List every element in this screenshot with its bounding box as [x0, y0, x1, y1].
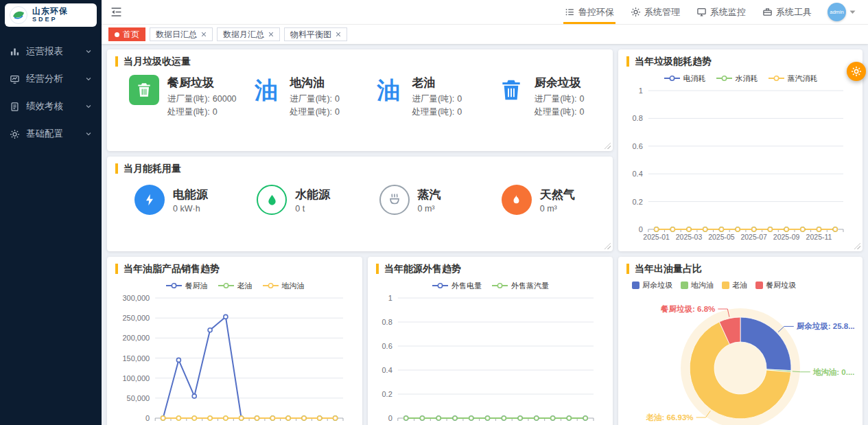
energy-item-text: 水能源 0 t — [295, 187, 330, 214]
legend-item-外售蒸汽量[interactable]: 外售蒸汽量 — [491, 281, 549, 291]
topnav-label: 系统监控 — [710, 6, 746, 19]
energy-value: 0 t — [295, 204, 330, 214]
topnav-item-system-monitor[interactable]: 系统监控 — [689, 0, 753, 24]
legend-label: 外售电量 — [451, 281, 482, 291]
card-title: 当月能耗用量 — [115, 163, 605, 174]
svg-text:300,000: 300,000 — [122, 294, 150, 302]
energy-item-text: 天然气 0 m³ — [540, 187, 575, 214]
legend-label: 餐厨油 — [185, 281, 208, 291]
svg-text:0: 0 — [145, 414, 150, 422]
legend-label: 电消耗 — [683, 73, 706, 84]
legend-item-餐厨垃圾[interactable]: 餐厨垃圾 — [755, 280, 796, 290]
waste-item-text: 餐厨垃圾 进厂量(吨):60000 处理量(吨):0 — [167, 75, 237, 119]
dashboard-content: 当月垃圾收运量 餐厨垃圾 进厂量(吨):60000 处理量(吨):0 — [102, 44, 868, 425]
svg-text:餐厨垃圾: 6.8%: 餐厨垃圾: 6.8% — [660, 305, 715, 313]
sidebar-item-operations-report[interactable]: 运营报表 — [0, 38, 102, 65]
card-title: 当年油脂产品销售趋势 — [115, 264, 354, 274]
resize-grip[interactable] — [854, 243, 860, 249]
toolbox-icon — [762, 7, 773, 17]
legend-item-地沟油[interactable]: 地沟油 — [262, 281, 305, 291]
chart-plot-area: 厨余垃圾: 25.8...地沟油: 0....老油: 66.93%餐厨垃圾: 6… — [626, 291, 854, 425]
tab-home[interactable]: 首页 — [108, 27, 145, 41]
svg-text:厨余垃圾: 25.8...: 厨余垃圾: 25.8... — [796, 322, 854, 330]
waste-item-text: 老油 进厂量(吨):0 处理量(吨):0 — [412, 75, 462, 119]
chart-legend: 厨余垃圾地沟油老油餐厨垃圾 — [626, 279, 854, 291]
sidebar-fold-icon[interactable] — [110, 5, 124, 19]
card-title: 当年能源外售趋势 — [376, 264, 605, 274]
chevron-down-icon — [85, 76, 92, 82]
topnav-item-lukong-env[interactable]: 鲁控环保 — [557, 0, 622, 24]
legend-item-厨余垃圾[interactable]: 厨余垃圾 — [632, 280, 672, 290]
svg-text:1: 1 — [388, 294, 392, 302]
legend-label: 地沟油 — [691, 280, 714, 290]
trash-bin-blue-icon — [496, 75, 526, 105]
oil-character-icon: 油 — [374, 75, 404, 105]
chevron-down-icon — [85, 48, 92, 55]
resize-grip[interactable] — [605, 143, 611, 149]
energy-name: 蒸汽 — [418, 187, 441, 203]
legend-item-老油[interactable]: 老油 — [722, 280, 747, 290]
chart-plot-area: 050,000100,000150,000200,000250,000300,0… — [115, 292, 354, 425]
tab-label: 数据月汇总 — [223, 29, 264, 41]
gear-icon — [631, 7, 641, 17]
energy-items-row: 电能源 0 kW·h 水能源 0 t — [115, 185, 605, 215]
chart-legend: 外售电量外售蒸汽量 — [376, 279, 605, 292]
processed-value: 0 — [335, 107, 340, 117]
legend-item-电消耗[interactable]: 电消耗 — [664, 73, 706, 84]
legend-swatch — [755, 282, 763, 289]
user-menu[interactable]: admin — [821, 3, 863, 21]
intake-value: 0 — [335, 94, 340, 104]
waste-name: 老油 — [412, 75, 462, 91]
caret-down-icon — [849, 10, 856, 14]
legend-item-餐厨油[interactable]: 餐厨油 — [165, 281, 208, 291]
intake-line: 进厂量(吨):60000 — [167, 93, 237, 106]
waste-item-food-waste: 厨余垃圾 进厂量(吨):0 处理量(吨):0 — [482, 75, 605, 119]
legend-item-地沟油[interactable]: 地沟油 — [681, 280, 714, 290]
legend-label: 蒸汽消耗 — [788, 73, 818, 84]
sidebar-item-basic-config[interactable]: 基础配置 — [0, 120, 102, 148]
topnav-label: 系统工具 — [776, 6, 812, 19]
close-icon[interactable] — [201, 32, 207, 37]
legend-item-外售电量[interactable]: 外售电量 — [432, 281, 482, 291]
resize-grip[interactable] — [605, 243, 611, 249]
monitor-chart-icon — [10, 74, 20, 84]
intake-value: 0 — [457, 94, 462, 104]
legend-label: 餐厨垃圾 — [766, 280, 796, 290]
tab-daily-data-summary[interactable]: 数据日汇总 — [150, 27, 213, 41]
close-icon[interactable] — [268, 32, 274, 37]
processed-value: 0 — [580, 107, 585, 117]
tab-monthly-data-summary[interactable]: 数据月汇总 — [217, 27, 280, 41]
intake-label: 进厂量(吨): — [290, 94, 332, 104]
svg-text:2025-03: 2025-03 — [676, 233, 703, 241]
energy-value: 0 m³ — [540, 204, 575, 214]
svg-text:200,000: 200,000 — [122, 334, 150, 342]
sidebar: 山东环保 SDEP 运营报表 经营分析 — [0, 0, 102, 425]
lightning-icon — [134, 185, 165, 215]
energy-value: 0 m³ — [418, 204, 441, 214]
intake-label: 进厂量(吨): — [412, 94, 455, 104]
topnav-label: 鲁控环保 — [578, 6, 614, 19]
waste-item-gutter-oil: 油 地沟油 进厂量(吨):0 处理量(吨):0 — [237, 75, 360, 119]
sidebar-menu: 运营报表 经营分析 绩效考核 — [0, 38, 102, 148]
svg-text:0: 0 — [388, 414, 392, 422]
legend-item-老油[interactable]: 老油 — [218, 281, 253, 291]
chevron-down-icon — [85, 103, 92, 110]
settings-fab-button[interactable] — [847, 62, 866, 81]
energy-sales-trend-chart: 外售电量外售蒸汽量00.20.40.60.812025-012025-03202… — [376, 279, 605, 425]
close-icon[interactable] — [336, 32, 341, 37]
svg-text:0.4: 0.4 — [382, 366, 392, 374]
sidebar-item-performance-assessment[interactable]: 绩效考核 — [0, 93, 102, 120]
waste-name: 厨余垃圾 — [535, 75, 585, 91]
svg-text:老油: 66.93%: 老油: 66.93% — [645, 413, 693, 422]
processed-line: 处理量(吨):0 — [412, 106, 462, 119]
topnav-item-system-tools[interactable]: 系统工具 — [755, 0, 819, 24]
card-title: 当年垃圾能耗趋势 — [626, 56, 854, 67]
legend-item-水消耗[interactable]: 水消耗 — [716, 73, 758, 84]
tab-material-balance[interactable]: 物料平衡图 — [284, 27, 347, 41]
chart-plot-area: 00.20.40.60.812025-012025-032025-052025-… — [376, 292, 605, 425]
sidebar-item-business-analysis[interactable]: 经营分析 — [0, 65, 102, 93]
card-title: 当年出油量占比 — [626, 264, 854, 274]
waste-items-row: 餐厨垃圾 进厂量(吨):60000 处理量(吨):0 油 地沟油 进厂量(吨):… — [115, 75, 605, 119]
legend-item-蒸汽消耗[interactable]: 蒸汽消耗 — [768, 73, 818, 84]
topnav-item-system-management[interactable]: 系统管理 — [623, 0, 688, 24]
